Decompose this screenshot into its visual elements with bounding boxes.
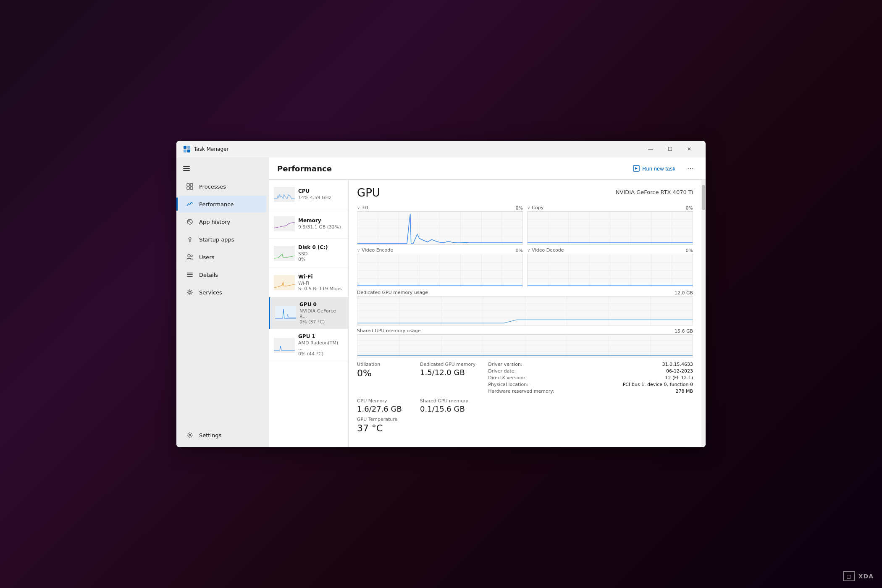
chart-dedicated-header: Dedicated GPU memory usage 12.0 GB	[357, 290, 693, 296]
scrollbar[interactable]	[701, 180, 706, 447]
gpu-temp-value: 37 °C	[357, 423, 693, 433]
driver-version-key: Driver version:	[488, 362, 522, 367]
gpu-title: GPU	[357, 186, 380, 199]
chart-dedicated-canvas	[357, 296, 693, 326]
sidebar-item-services[interactable]: Services	[179, 284, 266, 301]
sidebar-item-processes[interactable]: Processes	[179, 178, 266, 195]
xda-watermark: ◻ XDA	[843, 573, 874, 580]
sidebar-spacer	[176, 301, 269, 426]
disk0-thumbnail	[274, 246, 295, 261]
title-bar: Task Manager — ☐ ✕	[176, 141, 706, 158]
chart-vencode-pct: 0%	[516, 248, 523, 253]
chart-vdecode-pct: 0%	[686, 248, 693, 253]
chart-dedicated-max: 12.0 GB	[675, 290, 693, 296]
svg-rect-23	[274, 275, 295, 290]
svg-point-17	[189, 291, 191, 294]
chart-shared-mem-block: Shared GPU memory usage 15.6 GB	[357, 328, 693, 357]
perf-item-memory[interactable]: Memory 9.9/31.1 GB (32%)	[269, 209, 348, 239]
gpu-temp-label: GPU Temperature	[357, 417, 693, 422]
info-col-right: Driver version: 31.0.15.4633 Driver date…	[488, 362, 693, 394]
svg-rect-4	[183, 166, 190, 167]
bottom-stats-section: GPU Memory 1.6/27.6 GB Shared GPU memory…	[357, 398, 693, 413]
svg-point-13	[191, 255, 192, 257]
svg-rect-1	[187, 146, 190, 149]
perf-item-cpu[interactable]: CPU 14% 4.59 GHz	[269, 180, 348, 209]
driver-date-val: 06-12-2023	[666, 368, 693, 374]
gpu0-info: GPU 0 NVIDIA GeForce R... 0% (37 °C)	[299, 302, 343, 325]
minimize-button[interactable]: —	[641, 142, 660, 156]
chart-shared-label: Shared GPU memory usage	[357, 328, 421, 333]
gpu1-detail2: 0% (44 °C)	[298, 351, 343, 357]
chart-vdecode-canvas	[527, 254, 693, 287]
svg-rect-5	[183, 168, 190, 169]
sidebar-item-performance[interactable]: Performance	[179, 196, 266, 213]
wifi-info: Wi-Fi Wi-Fi S: 0.5 R: 119 Mbps	[298, 274, 343, 291]
cpu-detail: 14% 4.59 GHz	[298, 195, 343, 200]
gpu-mem-value: 1.6/27.6 GB	[357, 404, 407, 413]
header-actions: Run new task ⋯	[628, 162, 697, 175]
memory-name: Memory	[298, 218, 343, 223]
chart-copy-block: ∨ Copy 0%	[527, 205, 693, 245]
users-icon	[186, 253, 194, 261]
performance-label: Performance	[199, 201, 234, 207]
settings-icon	[186, 431, 194, 439]
wifi-detail2: S: 0.5 R: 119 Mbps	[298, 286, 343, 291]
chart-3d-pct: 0%	[516, 205, 523, 211]
wifi-detail1: Wi-Fi	[298, 281, 343, 286]
settings-label: Settings	[199, 432, 221, 438]
right-panel: Performance Run new task ⋯	[269, 158, 706, 447]
panel-header: Performance Run new task ⋯	[269, 158, 706, 180]
gpu-header: GPU NVIDIA GeForce RTX 4070 Ti	[357, 186, 693, 199]
gpu1-info: GPU 1 AMD Radeon(TM) ... 0% (44 °C)	[298, 333, 343, 357]
dedicated-mem-stat: Dedicated GPU memory 1.5/12.0 GB	[420, 362, 475, 394]
hamburger-button[interactable]	[176, 161, 269, 176]
more-options-button[interactable]: ⋯	[684, 162, 697, 175]
details-label: Details	[199, 272, 218, 278]
sidebar-item-startup-apps[interactable]: Startup apps	[179, 231, 266, 248]
scrollbar-thumb[interactable]	[702, 185, 705, 210]
run-new-task-label: Run new task	[642, 165, 675, 172]
memory-detail: 9.9/31.1 GB (32%)	[298, 224, 343, 230]
directx-key: DirectX version:	[488, 375, 525, 381]
disk0-detail2: 0%	[298, 257, 343, 262]
main-content: Processes Performance	[176, 158, 706, 447]
run-new-task-button[interactable]: Run new task	[628, 163, 680, 174]
gpu1-detail1: AMD Radeon(TM) ...	[298, 340, 343, 351]
users-label: Users	[199, 254, 214, 260]
app-icon	[183, 145, 191, 153]
chart-3d-block: ∨ 3D 0%	[357, 205, 523, 245]
chart-dedicated-label: Dedicated GPU memory usage	[357, 290, 428, 295]
sidebar-item-app-history[interactable]: App history	[179, 213, 266, 230]
perf-item-gpu0[interactable]: GPU 0 NVIDIA GeForce R... 0% (37 °C)	[269, 297, 348, 329]
shared-mem-value: 0.1/15.6 GB	[420, 404, 470, 413]
sidebar-item-users[interactable]: Users	[179, 249, 266, 265]
svg-rect-16	[187, 276, 193, 277]
chart-shared-canvas	[357, 334, 693, 357]
dedicated-mem-value: 1.5/12.0 GB	[420, 368, 475, 377]
sidebar-item-details[interactable]: Details	[179, 266, 266, 283]
app-history-label: App history	[199, 219, 230, 225]
maximize-button[interactable]: ☐	[660, 142, 680, 156]
chart-vdecode-label: ∨ Video Decode	[527, 247, 564, 253]
shared-mem-label: Shared GPU memory	[420, 398, 470, 404]
cpu-info: CPU 14% 4.59 GHz	[298, 188, 343, 200]
wifi-name: Wi-Fi	[298, 274, 343, 280]
hw-reserved-val: 278 MB	[675, 388, 693, 394]
hw-reserved-key: Hardware reserved memory:	[488, 388, 554, 394]
svg-point-18	[189, 434, 191, 436]
startup-label: Startup apps	[199, 236, 234, 243]
sidebar-item-settings[interactable]: Settings	[179, 427, 266, 444]
gpu-mem-stat: GPU Memory 1.6/27.6 GB	[357, 398, 407, 413]
window-title: Task Manager	[194, 146, 641, 152]
svg-rect-3	[187, 150, 190, 152]
chart-copy-header: ∨ Copy 0%	[527, 205, 693, 211]
perf-item-disk0[interactable]: Disk 0 (C:) SSD 0%	[269, 239, 348, 268]
svg-rect-20	[274, 187, 295, 202]
wifi-thumbnail	[274, 275, 295, 290]
chart-vdecode-header: ∨ Video Decode 0%	[527, 247, 693, 254]
svg-rect-8	[190, 184, 193, 186]
close-button[interactable]: ✕	[680, 142, 699, 156]
perf-item-gpu1[interactable]: GPU 1 AMD Radeon(TM) ... 0% (44 °C)	[269, 329, 348, 361]
perf-item-wifi[interactable]: Wi-Fi Wi-Fi S: 0.5 R: 119 Mbps	[269, 268, 348, 297]
chart-copy-canvas	[527, 211, 693, 245]
